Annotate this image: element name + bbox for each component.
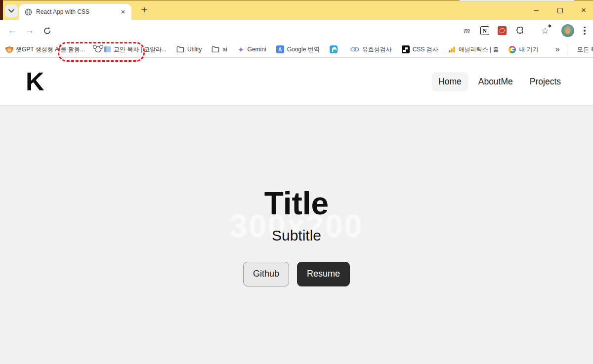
bookmark-item[interactable]: 교안 목차 | 코알라...: [95, 45, 167, 54]
browser-toolbar: ← → i localhost:5173 ☆ m N ☆: [0, 20, 593, 41]
all-bookmarks-button[interactable]: 모든 북마크: [574, 45, 593, 54]
site-nav: Home AboutMe Projects: [432, 72, 567, 91]
bookmark-item[interactable]: CSS 검사: [402, 45, 438, 54]
new-tab-button[interactable]: +: [137, 3, 151, 17]
bookmark-item[interactable]: 내 기기: [508, 45, 538, 54]
google-translate-icon: A: [276, 45, 284, 53]
nav-item-projects[interactable]: Projects: [523, 72, 567, 91]
bookmarks-overflow-button[interactable]: »: [549, 45, 567, 54]
hero-section: 300x200 Title Subtitle Github Resume: [0, 105, 593, 364]
bookmark-folder[interactable]: ai: [212, 46, 227, 53]
avatar: [561, 24, 574, 37]
extensions-menu[interactable]: [514, 20, 527, 41]
nav-item-home[interactable]: Home: [432, 72, 468, 91]
resume-button[interactable]: Resume: [297, 262, 350, 286]
web-page: K Home AboutMe Projects 300x200 Title Su…: [0, 57, 593, 364]
nav-item-aboutme[interactable]: AboutMe: [472, 72, 519, 91]
hero-buttons: Github Resume: [0, 262, 593, 286]
globe-icon: [25, 8, 32, 16]
reload-button[interactable]: [40, 20, 54, 41]
site-header: K Home AboutMe Projects: [0, 58, 593, 105]
puzzle-icon: [516, 26, 525, 35]
red-extension-icon: [498, 26, 507, 35]
tab-title: React App with CSS: [36, 8, 119, 15]
bookmark-folder[interactable]: Utility: [176, 46, 202, 53]
chevron-down-icon: [8, 9, 14, 13]
bookmark-item[interactable]: A Google 번역: [276, 45, 320, 54]
github-button[interactable]: Github: [243, 262, 289, 286]
back-button[interactable]: ←: [5, 20, 20, 41]
notion-icon: N: [480, 26, 489, 35]
gemini-icon: [237, 46, 245, 53]
extension-red[interactable]: [496, 20, 508, 41]
profile-button[interactable]: [560, 20, 575, 41]
folder-icon: [212, 46, 219, 53]
sparkle-star-icon: ☆: [541, 26, 549, 36]
blue-bird-icon: [330, 45, 338, 53]
analytics-icon: [448, 46, 456, 53]
css-checker-icon: [402, 45, 410, 53]
bookmark-item[interactable]: Gemini: [237, 46, 266, 53]
tab-strip: React App with CSS × +: [0, 0, 593, 20]
tab-search-button[interactable]: [5, 4, 18, 17]
monkey-icon: [6, 46, 13, 53]
bookmark-item[interactable]: [330, 45, 340, 53]
bookmark-item[interactable]: 애널리틱스 | 홈: [448, 45, 499, 54]
bookmarks-separator: [567, 44, 567, 54]
kebab-menu-icon: [584, 27, 586, 35]
browser-tab[interactable]: React App with CSS ×: [19, 4, 131, 20]
bookmarks-bar: 챗GPT 생성형 AI를 활용... 교안 목차 | 코알라... Utilit…: [0, 41, 593, 57]
link-chain-icon: [350, 46, 359, 52]
side-panel-button[interactable]: ☆: [539, 20, 551, 41]
book-icon: [104, 46, 111, 52]
site-logo[interactable]: K: [26, 69, 43, 94]
koala-icon: [95, 46, 101, 52]
hero-subtitle: Subtitle: [0, 227, 593, 244]
bookmark-item[interactable]: 챗GPT 생성형 AI를 활용...: [6, 45, 85, 54]
forward-button[interactable]: →: [22, 20, 37, 41]
medium-icon: m: [464, 26, 470, 36]
tab-close-icon[interactable]: ×: [119, 7, 127, 16]
browser-menu-button[interactable]: [578, 20, 591, 41]
extension-notion[interactable]: N: [478, 20, 491, 41]
extension-medium[interactable]: m: [461, 20, 473, 41]
reload-icon: [43, 27, 51, 35]
hero-title: Title: [0, 187, 593, 220]
bookmark-item[interactable]: 유효성검사: [350, 45, 392, 54]
google-g-icon: [508, 46, 516, 53]
folder-icon: [176, 46, 184, 53]
